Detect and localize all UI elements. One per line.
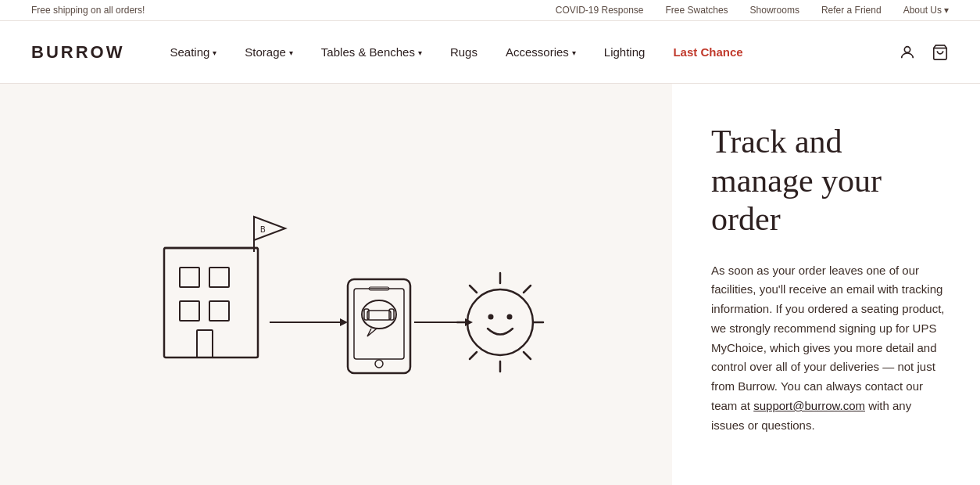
cart-icon[interactable] [932, 44, 949, 61]
svg-point-20 [375, 360, 383, 368]
svg-marker-13 [340, 318, 348, 326]
main-content: B [0, 84, 980, 485]
about-us-link[interactable]: About Us ▾ [903, 5, 949, 16]
tables-chevron-icon: ▾ [418, 48, 422, 57]
svg-point-26 [507, 314, 513, 320]
content-area: Track and manage your order As soon as y… [672, 84, 980, 485]
nav-item-seating[interactable]: Seating ▾ [156, 21, 231, 84]
top-bar: Free shipping on all orders! COVID-19 Re… [0, 0, 980, 21]
content-body: As soon as your order leaves one of our … [711, 261, 945, 436]
svg-point-24 [467, 289, 533, 355]
main-header: BURROW Seating ▾ Storage ▾ Tables & Benc… [0, 21, 980, 84]
storage-chevron-icon: ▾ [289, 48, 293, 57]
svg-rect-2 [164, 248, 258, 357]
support-email-link[interactable]: support@burrow.com [753, 399, 865, 412]
header-icons [899, 44, 949, 61]
svg-line-34 [524, 352, 531, 359]
free-swatches-link[interactable]: Free Swatches [666, 5, 728, 16]
svg-rect-3 [180, 268, 199, 287]
order-tracking-illustration: B [117, 185, 555, 404]
nav-item-lighting[interactable]: Lighting [590, 21, 660, 84]
svg-text:B: B [260, 225, 266, 234]
refer-friend-link[interactable]: Refer a Friend [821, 5, 882, 16]
content-title: Track and manage your order [711, 123, 945, 239]
nav-item-tables[interactable]: Tables & Benches ▾ [307, 21, 436, 84]
about-us-chevron-icon: ▾ [944, 5, 949, 16]
svg-point-25 [488, 314, 494, 320]
account-icon[interactable] [899, 44, 916, 61]
seating-chevron-icon: ▾ [213, 48, 216, 57]
svg-marker-10 [254, 217, 285, 240]
svg-rect-15 [354, 289, 404, 359]
svg-rect-5 [180, 301, 199, 321]
svg-line-31 [470, 286, 477, 293]
free-shipping-text: Free shipping on all orders! [31, 5, 145, 16]
accessories-chevron-icon: ▾ [572, 48, 576, 57]
svg-rect-6 [209, 301, 229, 321]
main-nav: Seating ▾ Storage ▾ Tables & Benches ▾ R… [156, 21, 899, 84]
top-bar-links: COVID-19 Response Free Swatches Showroom… [556, 5, 949, 16]
nav-item-accessories[interactable]: Accessories ▾ [492, 21, 590, 84]
svg-point-0 [904, 46, 910, 52]
nav-item-storage[interactable]: Storage ▾ [231, 21, 307, 84]
nav-item-rugs[interactable]: Rugs [436, 21, 492, 84]
logo[interactable]: BURROW [31, 42, 124, 63]
svg-line-32 [524, 286, 531, 293]
svg-line-33 [470, 352, 477, 359]
nav-item-last-chance[interactable]: Last Chance [659, 21, 756, 84]
illustration-area: B [0, 84, 672, 485]
showrooms-link[interactable]: Showrooms [750, 5, 799, 16]
svg-rect-17 [367, 311, 391, 320]
covid-response-link[interactable]: COVID-19 Response [556, 5, 644, 16]
svg-rect-4 [209, 268, 229, 287]
svg-rect-7 [197, 330, 213, 357]
